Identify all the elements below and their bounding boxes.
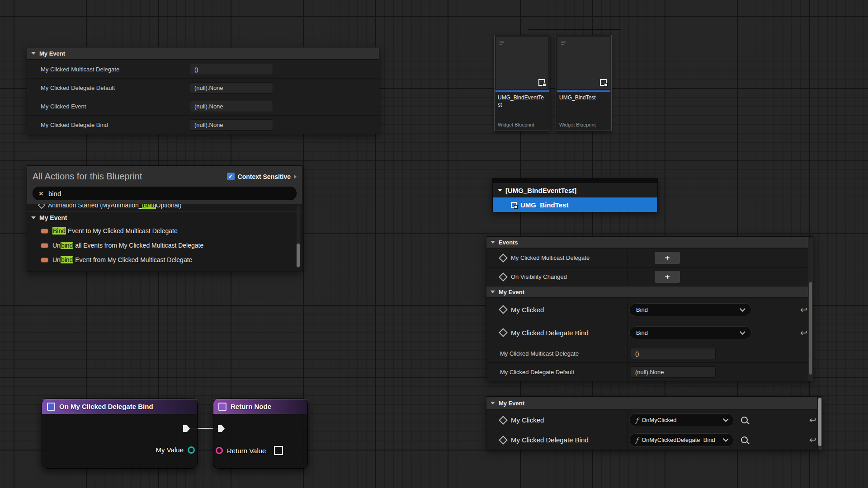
node-header[interactable]: Return Node <box>213 399 307 414</box>
hierarchy-root-label: [UMG_BindEventTest] <box>505 187 576 194</box>
event-label: My Clicked Delegate Bind <box>511 329 589 337</box>
thumbnail-mark <box>500 42 504 42</box>
property-label: My Clicked Event <box>27 103 186 110</box>
category-header-events[interactable]: Events <box>486 237 813 248</box>
asset-card-umg-bindtest[interactable]: UMG_BindTest Widget Blueprint <box>556 35 612 131</box>
property-label: My Clicked Delegate Bind <box>27 122 186 128</box>
node-return-node[interactable]: Return Node Return Value <box>213 399 308 469</box>
property-row: My Clicked Delegate Bind (null).None <box>27 115 379 134</box>
my-value-output-pin[interactable] <box>188 446 195 454</box>
browse-to-function-icon[interactable] <box>741 417 748 423</box>
hierarchy-root-row[interactable]: [UMG_BindEventTest] <box>493 183 657 197</box>
category-header-my-event[interactable]: My Event <box>486 286 813 298</box>
function-icon: ƒ <box>636 436 638 444</box>
event-diamond-icon <box>499 272 508 282</box>
hierarchy-selected-row[interactable]: UMG_BindTest <box>493 197 657 212</box>
function-binding-dropdown[interactable]: ƒ OnMyClicked <box>629 413 734 427</box>
function-icon: ƒ <box>636 417 638 424</box>
property-label: My Clicked Multicast Delegate <box>500 350 579 357</box>
node-header[interactable]: On My Clicked Delegate Bind <box>42 399 197 414</box>
context-sensitive-checkbox[interactable]: ✓ <box>227 173 235 180</box>
add-event-button[interactable]: + <box>654 251 680 264</box>
widget-blueprint-icon <box>511 202 517 208</box>
delegate-pill-icon <box>41 243 48 248</box>
asset-type-label: Widget Blueprint <box>498 122 534 127</box>
widget-blueprint-icon <box>538 79 545 86</box>
property-row: My Clicked Multicast Delegate () <box>27 60 379 78</box>
chevron-down-icon <box>31 52 36 55</box>
bind-row: My Clicked Bind ↩ <box>486 298 813 321</box>
asset-name: UMG_BindEventTest <box>495 92 550 115</box>
value-field[interactable]: () <box>190 64 273 75</box>
event-diamond-icon <box>499 416 508 425</box>
asset-thumbnail <box>495 36 549 89</box>
value-field[interactable]: () <box>631 348 716 359</box>
event-diamond-icon <box>499 328 508 337</box>
value-field[interactable]: (null).None <box>190 101 273 112</box>
context-sensitive-label: Context Sensitive <box>238 173 291 180</box>
add-event-button[interactable]: + <box>654 270 680 283</box>
event-diamond-icon <box>499 436 508 445</box>
clear-search-icon[interactable]: × <box>39 190 43 197</box>
reset-to-default-icon[interactable]: ↩ <box>809 416 816 424</box>
chevron-down-icon <box>740 306 745 312</box>
category-header-my-event[interactable]: My Event <box>486 397 822 410</box>
actions-menu-title: All Actions for this Blueprint <box>33 171 142 182</box>
property-row: My Clicked Event (null).None <box>27 97 379 115</box>
actions-result-list: Animation Started (MyAnimation_BindOptio… <box>27 204 302 272</box>
details-panel-right: Events My Clicked Multicast Delegate + O… <box>486 236 813 381</box>
return-value-checkbox[interactable] <box>274 446 283 455</box>
bound-function-row: My Clicked ƒ OnMyClicked ↩ <box>486 410 822 430</box>
reset-to-default-icon[interactable]: ↩ <box>800 328 807 337</box>
bind-dropdown[interactable]: Bind <box>629 303 751 316</box>
actions-category-my-event[interactable]: My Event <box>27 212 302 224</box>
event-diamond-icon <box>499 305 508 314</box>
property-row: My Clicked Delegate Default (null).None <box>486 362 813 381</box>
thumbnail-mark <box>500 44 502 45</box>
exec-output-pin[interactable] <box>183 425 190 432</box>
hierarchy-selected-label: UMG_BindTest <box>520 201 568 209</box>
chevron-right-icon[interactable] <box>294 174 297 179</box>
action-item-unbind-all[interactable]: Unbind all Events from My Clicked Multic… <box>27 238 302 253</box>
bind-row: My Clicked Delegate Bind Bind ↩ <box>486 321 813 344</box>
function-binding-dropdown[interactable]: ƒ OnMyClickedDelegate_Bind <box>629 433 734 447</box>
event-label: On Visibility Changed <box>511 273 567 280</box>
search-input[interactable]: × bind <box>33 187 297 200</box>
node-on-my-clicked-delegate-bind[interactable]: On My Clicked Delegate Bind My Value <box>42 399 198 469</box>
event-row: My Clicked Multicast Delegate + <box>486 248 813 267</box>
reset-to-default-icon[interactable]: ↩ <box>800 305 807 314</box>
search-value: bind <box>48 190 61 197</box>
asset-card-umg-bindeventtest[interactable]: UMG_BindEventTest Widget Blueprint <box>494 35 550 131</box>
event-diamond-icon <box>499 253 508 263</box>
value-field[interactable]: (null).None <box>190 82 273 94</box>
chevron-down-icon <box>498 189 502 192</box>
bind-dropdown[interactable]: Bind <box>629 326 751 339</box>
scrollbar-thumb[interactable] <box>297 244 300 267</box>
value-field[interactable]: (null).None <box>631 366 716 378</box>
event-label: My Clicked Multicast Delegate <box>511 254 590 261</box>
widget-hierarchy-panel: [UMG_BindEventTest] UMG_BindTest <box>492 178 658 212</box>
return-node-icon <box>218 403 226 411</box>
reset-to-default-icon[interactable]: ↩ <box>809 436 816 444</box>
delegate-pill-icon <box>41 258 48 263</box>
chevron-down-icon <box>740 329 745 335</box>
action-item-clipped[interactable]: Animation Started (MyAnimation_BindOptio… <box>27 204 302 212</box>
node-title: Return Node <box>231 403 271 410</box>
exec-input-pin[interactable] <box>218 425 225 432</box>
node-title: On My Clicked Delegate Bind <box>59 403 153 410</box>
widget-blueprint-icon <box>600 79 607 86</box>
tab-underline <box>528 29 621 30</box>
return-value-input-pin[interactable] <box>216 447 223 454</box>
event-label: My Clicked <box>511 416 544 424</box>
scrollbar-thumb[interactable] <box>809 282 812 375</box>
value-field[interactable]: (null).None <box>190 119 273 131</box>
scrollbar-thumb[interactable] <box>818 398 821 446</box>
action-item-bind-event[interactable]: Bind Event to My Clicked Multicast Deleg… <box>27 224 302 238</box>
browse-to-function-icon[interactable] <box>741 436 748 443</box>
bound-function-row: My Clicked Delegate Bind ƒ OnMyClickedDe… <box>486 430 822 450</box>
property-row: My Clicked Delegate Default (null).None <box>27 78 379 97</box>
action-item-unbind-event[interactable]: Unbind Event from My Clicked Multicast D… <box>27 253 302 267</box>
category-header-my-event[interactable]: My Event <box>27 47 379 60</box>
event-label: My Clicked Delegate Bind <box>511 436 589 444</box>
chevron-down-icon <box>491 241 495 244</box>
